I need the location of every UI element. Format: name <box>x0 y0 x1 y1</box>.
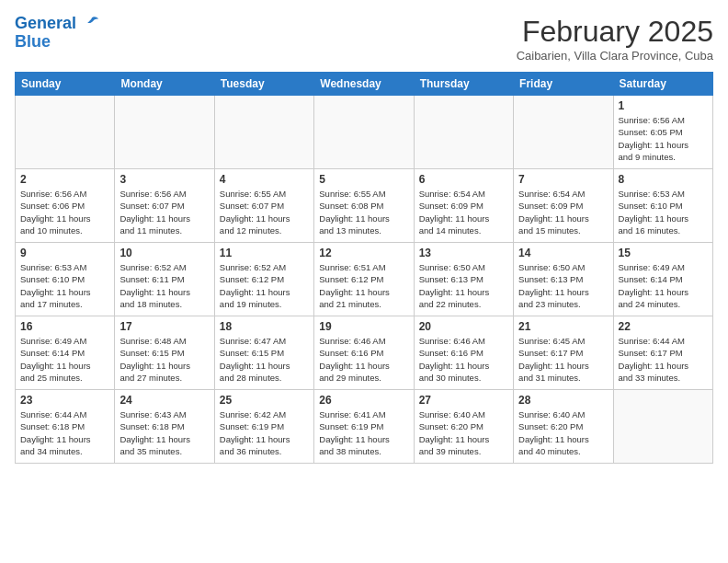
calendar-cell: 11Sunrise: 6:52 AM Sunset: 6:12 PM Dayli… <box>214 243 313 316</box>
day-info: Sunrise: 6:50 AM Sunset: 6:13 PM Dayligh… <box>518 261 608 310</box>
day-info: Sunrise: 6:49 AM Sunset: 6:14 PM Dayligh… <box>20 335 109 384</box>
day-number: 19 <box>319 320 408 333</box>
weekday-header-monday: Monday <box>115 73 214 96</box>
day-number: 11 <box>220 247 309 259</box>
day-info: Sunrise: 6:49 AM Sunset: 6:14 PM Dayligh… <box>619 261 708 310</box>
calendar-cell: 4Sunrise: 6:55 AM Sunset: 6:07 PM Daylig… <box>214 169 313 243</box>
calendar-cell: 24Sunrise: 6:43 AM Sunset: 6:18 PM Dayli… <box>115 390 214 464</box>
day-info: Sunrise: 6:55 AM Sunset: 6:08 PM Dayligh… <box>319 188 408 236</box>
day-info: Sunrise: 6:50 AM Sunset: 6:13 PM Dayligh… <box>419 261 508 310</box>
calendar-table: SundayMondayTuesdayWednesdayThursdayFrid… <box>15 72 713 464</box>
day-number: 10 <box>119 247 209 259</box>
calendar-cell: 22Sunrise: 6:44 AM Sunset: 6:17 PM Dayli… <box>613 316 712 390</box>
day-number: 13 <box>419 247 508 259</box>
day-number: 25 <box>220 394 309 407</box>
day-number: 22 <box>619 320 708 333</box>
day-info: Sunrise: 6:46 AM Sunset: 6:16 PM Dayligh… <box>319 335 408 384</box>
day-info: Sunrise: 6:40 AM Sunset: 6:20 PM Dayligh… <box>518 408 608 457</box>
calendar-cell <box>16 96 115 169</box>
day-info: Sunrise: 6:44 AM Sunset: 6:18 PM Dayligh… <box>20 408 109 457</box>
day-info: Sunrise: 6:48 AM Sunset: 6:15 PM Dayligh… <box>119 335 209 384</box>
calendar-cell: 6Sunrise: 6:54 AM Sunset: 6:09 PM Daylig… <box>414 169 513 243</box>
day-number: 9 <box>20 247 109 259</box>
day-info: Sunrise: 6:42 AM Sunset: 6:19 PM Dayligh… <box>220 408 309 457</box>
day-number: 6 <box>419 173 508 186</box>
day-number: 15 <box>619 247 708 259</box>
day-info: Sunrise: 6:54 AM Sunset: 6:09 PM Dayligh… <box>419 188 508 236</box>
weekday-header-wednesday: Wednesday <box>314 73 414 96</box>
day-number: 26 <box>319 394 408 407</box>
weekday-header-tuesday: Tuesday <box>214 73 313 96</box>
calendar-cell: 17Sunrise: 6:48 AM Sunset: 6:15 PM Dayli… <box>115 316 214 390</box>
calendar-cell <box>115 96 214 169</box>
weekday-header-row: SundayMondayTuesdayWednesdayThursdayFrid… <box>16 73 713 96</box>
day-number: 20 <box>419 320 508 333</box>
calendar-cell: 27Sunrise: 6:40 AM Sunset: 6:20 PM Dayli… <box>414 390 513 464</box>
day-number: 12 <box>319 247 408 259</box>
day-number: 18 <box>220 320 309 333</box>
calendar-cell <box>514 96 613 169</box>
day-number: 23 <box>20 394 109 407</box>
logo-bird-icon <box>83 15 101 29</box>
day-info: Sunrise: 6:40 AM Sunset: 6:20 PM Dayligh… <box>419 408 508 457</box>
day-number: 2 <box>20 173 109 186</box>
weekday-header-saturday: Saturday <box>613 73 712 96</box>
day-info: Sunrise: 6:47 AM Sunset: 6:15 PM Dayligh… <box>220 335 309 384</box>
day-info: Sunrise: 6:43 AM Sunset: 6:18 PM Dayligh… <box>119 408 209 457</box>
day-info: Sunrise: 6:53 AM Sunset: 6:10 PM Dayligh… <box>20 261 109 310</box>
day-number: 24 <box>119 394 209 407</box>
calendar-cell: 1Sunrise: 6:56 AM Sunset: 6:05 PM Daylig… <box>613 96 712 169</box>
week-row-1: 1Sunrise: 6:56 AM Sunset: 6:05 PM Daylig… <box>16 96 713 169</box>
week-row-3: 9Sunrise: 6:53 AM Sunset: 6:10 PM Daylig… <box>16 243 713 316</box>
day-number: 4 <box>220 173 309 186</box>
day-number: 16 <box>20 320 109 333</box>
weekday-header-thursday: Thursday <box>414 73 513 96</box>
day-number: 27 <box>419 394 508 407</box>
day-info: Sunrise: 6:56 AM Sunset: 6:06 PM Dayligh… <box>20 188 109 236</box>
week-row-4: 16Sunrise: 6:49 AM Sunset: 6:14 PM Dayli… <box>16 316 713 390</box>
day-number: 28 <box>518 394 608 407</box>
calendar-cell <box>613 390 712 464</box>
calendar-cell: 21Sunrise: 6:45 AM Sunset: 6:17 PM Dayli… <box>514 316 613 390</box>
day-number: 7 <box>518 173 608 186</box>
day-number: 14 <box>518 247 608 259</box>
month-title: February 2025 <box>517 15 713 49</box>
day-number: 1 <box>619 99 708 112</box>
day-info: Sunrise: 6:56 AM Sunset: 6:07 PM Dayligh… <box>119 188 209 236</box>
calendar-cell: 13Sunrise: 6:50 AM Sunset: 6:13 PM Dayli… <box>414 243 513 316</box>
week-row-5: 23Sunrise: 6:44 AM Sunset: 6:18 PM Dayli… <box>16 390 713 464</box>
calendar-cell: 23Sunrise: 6:44 AM Sunset: 6:18 PM Dayli… <box>16 390 115 464</box>
day-info: Sunrise: 6:53 AM Sunset: 6:10 PM Dayligh… <box>619 188 708 236</box>
day-info: Sunrise: 6:51 AM Sunset: 6:12 PM Dayligh… <box>319 261 408 310</box>
week-row-2: 2Sunrise: 6:56 AM Sunset: 6:06 PM Daylig… <box>16 169 713 243</box>
weekday-header-sunday: Sunday <box>16 73 115 96</box>
calendar-cell: 10Sunrise: 6:52 AM Sunset: 6:11 PM Dayli… <box>115 243 214 316</box>
day-number: 21 <box>518 320 608 333</box>
calendar-cell: 18Sunrise: 6:47 AM Sunset: 6:15 PM Dayli… <box>214 316 313 390</box>
calendar-cell: 14Sunrise: 6:50 AM Sunset: 6:13 PM Dayli… <box>514 243 613 316</box>
weekday-header-friday: Friday <box>514 73 613 96</box>
calendar-cell: 16Sunrise: 6:49 AM Sunset: 6:14 PM Dayli… <box>16 316 115 390</box>
day-info: Sunrise: 6:54 AM Sunset: 6:09 PM Dayligh… <box>518 188 608 236</box>
logo: General Blue <box>15 15 101 52</box>
day-number: 8 <box>619 173 708 186</box>
day-number: 17 <box>119 320 209 333</box>
calendar-cell <box>314 96 414 169</box>
day-number: 5 <box>319 173 408 186</box>
day-info: Sunrise: 6:52 AM Sunset: 6:12 PM Dayligh… <box>220 261 309 310</box>
calendar-cell: 26Sunrise: 6:41 AM Sunset: 6:19 PM Dayli… <box>314 390 414 464</box>
calendar-cell: 12Sunrise: 6:51 AM Sunset: 6:12 PM Dayli… <box>314 243 414 316</box>
day-number: 3 <box>119 173 209 186</box>
logo-text-line2: Blue <box>15 33 101 52</box>
day-info: Sunrise: 6:52 AM Sunset: 6:11 PM Dayligh… <box>119 261 209 310</box>
calendar-cell: 7Sunrise: 6:54 AM Sunset: 6:09 PM Daylig… <box>514 169 613 243</box>
calendar-cell: 15Sunrise: 6:49 AM Sunset: 6:14 PM Dayli… <box>613 243 712 316</box>
calendar-cell <box>414 96 513 169</box>
day-info: Sunrise: 6:44 AM Sunset: 6:17 PM Dayligh… <box>619 335 708 384</box>
calendar-cell: 3Sunrise: 6:56 AM Sunset: 6:07 PM Daylig… <box>115 169 214 243</box>
day-info: Sunrise: 6:46 AM Sunset: 6:16 PM Dayligh… <box>419 335 508 384</box>
calendar-cell: 9Sunrise: 6:53 AM Sunset: 6:10 PM Daylig… <box>16 243 115 316</box>
calendar-cell <box>214 96 313 169</box>
day-info: Sunrise: 6:56 AM Sunset: 6:05 PM Dayligh… <box>619 114 708 163</box>
logo-text-line1: General <box>15 14 76 32</box>
